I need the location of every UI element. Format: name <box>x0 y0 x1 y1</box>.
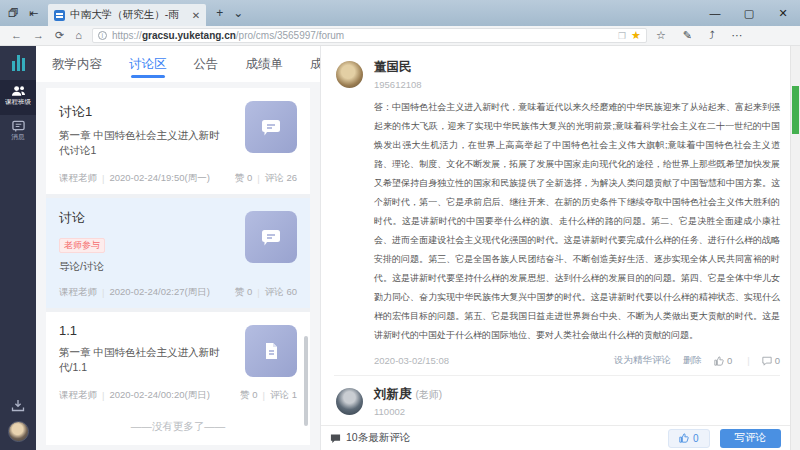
window-close-button[interactable]: ✕ <box>766 0 800 26</box>
discussion-list-item-selected[interactable]: 讨论 老师参与 导论/讨论 课程老师 | 2020-02-24/02:27(周日… <box>46 194 310 308</box>
rail-item-label: 课程班级 <box>5 98 31 107</box>
rail-item-label: 消息 <box>5 133 31 142</box>
post-avatar <box>336 61 363 88</box>
discussion-like-count: 赞 0 <box>235 172 252 185</box>
main-area: 教学内容 讨论区 公告 成绩单 成员管理 设置 讨论1 第一章 中国特色社会主义… <box>36 46 800 450</box>
discussion-comment-count: 评论 60 <box>265 286 297 299</box>
forum-post: 刘新庚(老师) 110002 正确认识新时代，关键是要把握“三个意味着”和五个具… <box>334 376 780 425</box>
window-minimize-button[interactable]: — <box>698 0 732 26</box>
people-icon <box>11 85 26 97</box>
back-icon[interactable]: ← <box>11 30 22 41</box>
teacher-participated-badge: 老师参与 <box>59 238 105 253</box>
discussion-date: 2020-02-24/02:27(周日) <box>109 286 209 299</box>
new-tab-button[interactable]: + <box>216 6 223 20</box>
post-author-id: 110002 <box>374 406 780 417</box>
app-side-rail: 课程班级 消息 <box>0 46 36 450</box>
home-icon[interactable]: ⌂ <box>75 30 82 41</box>
write-comment-button[interactable]: 写评论 <box>720 429 782 448</box>
post-timestamp: 2020-03-02/15:08 <box>374 355 449 366</box>
annotate-pen-icon[interactable]: ✎ <box>683 29 692 42</box>
discussion-author: 课程老师 <box>59 172 97 185</box>
download-icon[interactable] <box>11 399 25 412</box>
discussion-author: 课程老师 <box>59 389 97 402</box>
discussion-date: 2020-02-24/19:50(周一) <box>109 172 209 185</box>
drawer-scrollbar-thumb[interactable] <box>792 86 799 134</box>
discussion-comment-count: 评论 26 <box>265 172 297 185</box>
drawer-scrollbar-track[interactable] <box>790 46 800 450</box>
url-text: https://gracsu.yuketang.cn/pro/cms/35659… <box>112 30 613 41</box>
post-author-name: 董国民 <box>374 59 780 76</box>
latest-comments-label: 10条最新评论 <box>330 431 410 445</box>
tab-grades[interactable]: 成绩单 <box>246 46 284 82</box>
discussion-comment-count: 评论 1 <box>270 389 297 402</box>
tab-teaching-content[interactable]: 教学内容 <box>52 46 102 82</box>
delete-link[interactable]: 删除 <box>683 354 702 367</box>
site-info-icon[interactable]: i <box>98 31 107 40</box>
browser-address-bar: ← → ⟳ ⌂ i https://gracsu.yuketang.cn/pro… <box>0 26 800 46</box>
forum-bottom-bar: 10条最新评论 0 写评论 <box>321 425 790 450</box>
discussion-document-icon <box>245 325 297 377</box>
user-avatar[interactable] <box>8 421 29 442</box>
browser-tab-bar: 🗇 ⇤ 中南大学（研究生）-雨 ✕ + ⌄ — ▢ ✕ <box>0 0 800 26</box>
rail-item-messages[interactable]: 消息 <box>0 115 36 150</box>
discussion-subtitle: 第一章 中国特色社会主义进入新时代讨论1 <box>59 128 224 158</box>
discussion-chat-icon <box>245 211 297 263</box>
set-featured-link[interactable]: 设为精华评论 <box>614 354 671 367</box>
forum-drawer: 董国民 195612108 答：中国特色社会主义进入新时代，意味着近代以来久经磨… <box>320 46 800 450</box>
post-author-id: 195612108 <box>374 79 780 90</box>
tab-close-icon[interactable]: ✕ <box>192 10 200 21</box>
post-body: 答：中国特色社会主义进入新时代，意味着近代以来久经磨难的中华民族迎来了从站起来、… <box>374 98 780 345</box>
forum-posts: 董国民 195612108 答：中国特色社会主义进入新时代，意味着近代以来久经磨… <box>321 46 790 425</box>
discussion-author: 课程老师 <box>59 286 97 299</box>
discussion-chat-icon <box>245 101 297 153</box>
thumb-up-icon <box>679 433 689 443</box>
discussion-like-count: 赞 0 <box>240 389 257 402</box>
discussion-date: 2020-02-24/00:20(周日) <box>109 389 209 402</box>
message-icon <box>12 120 25 132</box>
set-tabs-aside-icon[interactable]: ⇤ <box>29 8 38 19</box>
tab-title: 中南大学（研究生）-雨 <box>70 8 188 22</box>
window-maximize-button[interactable]: ▢ <box>732 0 766 26</box>
yuketang-logo <box>8 53 28 71</box>
teacher-tag: (老师) <box>416 389 443 400</box>
site-favicon <box>54 10 65 21</box>
tab-announcements[interactable]: 公告 <box>194 46 219 82</box>
tabs-aside-icon[interactable]: 🗇 <box>8 8 19 19</box>
forward-icon[interactable]: → <box>33 30 44 41</box>
tab-discussion-zone[interactable]: 讨论区 <box>129 46 167 82</box>
discussion-list-item[interactable]: 1.1 第一章 中国特色社会主义进入新时代/1.1 课程老师 | 2020-02… <box>46 308 310 411</box>
browser-tab[interactable]: 中南大学（研究生）-雨 ✕ <box>48 4 206 26</box>
no-more-label: ——没有更多了—— <box>46 411 310 438</box>
post-like-button[interactable]: 0 | <box>714 355 750 366</box>
share-icon[interactable]: ⤴ <box>709 29 715 42</box>
discussion-subtitle: 第一章 中国特色社会主义进入新时代/1.1 <box>59 345 224 375</box>
discussion-list-panel: 讨论1 第一章 中国特色社会主义进入新时代讨论1 课程老师 | 2020-02-… <box>46 88 310 445</box>
discussion-subtitle: 导论/讨论 <box>59 259 224 274</box>
discussion-list-item[interactable]: 讨论1 第一章 中国特色社会主义进入新时代讨论1 课程老师 | 2020-02-… <box>46 88 310 194</box>
drawer-like-button[interactable]: 0 <box>668 429 710 448</box>
discussion-like-count: 赞 0 <box>235 286 252 299</box>
refresh-icon[interactable]: ⟳ <box>55 30 64 41</box>
post-comment-button[interactable]: 0 <box>762 355 780 366</box>
comments-icon <box>330 433 341 444</box>
rail-item-course-classes[interactable]: 课程班级 <box>0 80 36 115</box>
reading-view-icon[interactable]: ❐ <box>618 31 626 41</box>
more-menu-icon[interactable]: ⋯ <box>731 29 742 42</box>
thumb-up-icon <box>714 356 724 366</box>
list-scrollbar-thumb[interactable] <box>304 336 308 426</box>
browser-window: 🗇 ⇤ 中南大学（研究生）-雨 ✕ + ⌄ — ▢ ✕ ← → ⟳ ⌂ i ht… <box>0 0 800 450</box>
url-box[interactable]: i https://gracsu.yuketang.cn/pro/cms/356… <box>92 28 647 43</box>
favorites-hub-icon[interactable]: ☆ <box>656 29 666 42</box>
forum-post: 董国民 195612108 答：中国特色社会主义进入新时代，意味着近代以来久经磨… <box>334 55 780 376</box>
comment-icon <box>762 356 772 366</box>
favorite-star-icon[interactable]: ★ <box>631 29 641 42</box>
tab-preview-chevron-icon[interactable]: ⌄ <box>233 6 243 20</box>
post-avatar <box>336 388 363 415</box>
post-author-name: 刘新庚(老师) <box>374 386 780 403</box>
